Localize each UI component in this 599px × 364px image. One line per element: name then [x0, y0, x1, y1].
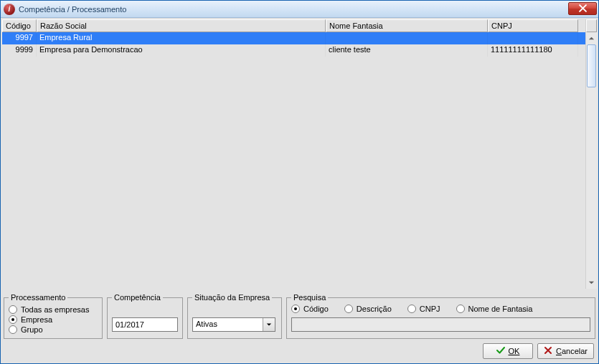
cell-razao: Empresa para Demonstracao [37, 44, 326, 57]
radio-pesquisa-nome[interactable]: Nome de Fantasia [456, 305, 533, 313]
group-situacao: Situação da Empresa Ativas [187, 293, 282, 339]
cell-codigo: 9997 [2, 32, 37, 44]
scroll-thumb[interactable] [587, 44, 596, 87]
scroll-track[interactable] [586, 44, 597, 277]
col-header-nome[interactable]: Nome Fantasia [326, 19, 488, 32]
group-processamento: Processamento Todas as empresas Empresa … [4, 293, 103, 339]
radio-label: CNPJ [420, 305, 440, 313]
group-situacao-legend: Situação da Empresa [192, 293, 272, 302]
radio-label: Empresa [21, 315, 52, 324]
client-area: Código Razão Social Nome Fantasia CNPJ 9… [1, 18, 598, 363]
radio-icon [291, 305, 300, 313]
cell-nome: cliente teste [326, 44, 488, 57]
col-header-razao[interactable]: Razão Social [37, 19, 326, 32]
titlebar: i Competência / Processamento [1, 1, 598, 18]
header-corner [586, 19, 597, 32]
grid-header: Código Razão Social Nome Fantasia CNPJ [2, 19, 585, 32]
controls-row: Processamento Todas as empresas Empresa … [2, 293, 597, 340]
cell-codigo: 9999 [2, 44, 37, 57]
col-header-codigo[interactable]: Código [2, 19, 37, 32]
cell-cnpj [488, 32, 578, 44]
situacao-combo-value: Ativas [193, 318, 263, 331]
radio-todas-empresas[interactable]: Todas as empresas [9, 305, 98, 314]
radio-icon [344, 305, 353, 313]
cancel-label: Cancelar [556, 347, 588, 355]
radio-label: Grupo [21, 325, 43, 334]
cell-nome [326, 32, 488, 44]
radio-pesquisa-descricao[interactable]: Descrição [344, 305, 392, 313]
radio-icon [9, 315, 17, 324]
group-pesquisa-legend: Pesquisa [291, 293, 328, 302]
radio-pesquisa-codigo[interactable]: Código [291, 305, 329, 313]
dialog-buttons: OK Cancelar [2, 340, 597, 362]
radio-icon [456, 305, 465, 313]
group-competencia-legend: Competência [112, 293, 163, 302]
table-row[interactable]: 9999 Empresa para Demonstracao cliente t… [2, 44, 585, 57]
group-pesquisa: Pesquisa Código Descrição CNPJ [286, 293, 595, 339]
vertical-scrollbar[interactable] [585, 19, 597, 289]
close-icon [579, 4, 587, 14]
situacao-combo[interactable]: Ativas [192, 317, 275, 332]
group-processamento-legend: Processamento [9, 293, 67, 302]
x-icon [544, 346, 552, 356]
window-frame: i Competência / Processamento Código Raz… [0, 0, 599, 364]
window-title: Competência / Processamento [19, 5, 126, 14]
cell-cnpj: 11111111111180 [488, 44, 578, 57]
close-button[interactable] [568, 2, 597, 15]
search-input[interactable] [291, 317, 590, 332]
radio-grupo[interactable]: Grupo [9, 325, 98, 334]
scroll-up-icon[interactable] [586, 32, 597, 44]
radio-label: Nome de Fantasia [468, 305, 533, 313]
data-grid: Código Razão Social Nome Fantasia CNPJ 9… [2, 19, 597, 289]
radio-label: Todas as empresas [21, 305, 89, 314]
radio-icon [9, 325, 17, 334]
col-header-cnpj[interactable]: CNPJ [488, 19, 578, 32]
check-icon [496, 346, 505, 356]
scroll-down-icon[interactable] [586, 277, 597, 289]
radio-pesquisa-cnpj[interactable]: CNPJ [407, 305, 440, 313]
app-icon: i [4, 4, 15, 15]
cancel-button[interactable]: Cancelar [537, 343, 594, 359]
radio-empresa[interactable]: Empresa [9, 315, 98, 324]
ok-button[interactable]: OK [483, 343, 533, 359]
ok-label: OK [509, 347, 520, 355]
cell-razao: Empresa Rural [37, 32, 326, 44]
grid-body: 9997 Empresa Rural 9999 Empresa para Dem… [2, 32, 585, 289]
table-row[interactable]: 9997 Empresa Rural [2, 32, 585, 44]
radio-icon [407, 305, 416, 313]
radio-label: Descrição [357, 305, 392, 313]
competencia-input[interactable] [112, 317, 178, 332]
chevron-down-icon[interactable] [263, 318, 275, 331]
group-competencia: Competência [107, 293, 183, 339]
radio-label: Código [303, 305, 329, 313]
radio-icon [9, 305, 17, 314]
